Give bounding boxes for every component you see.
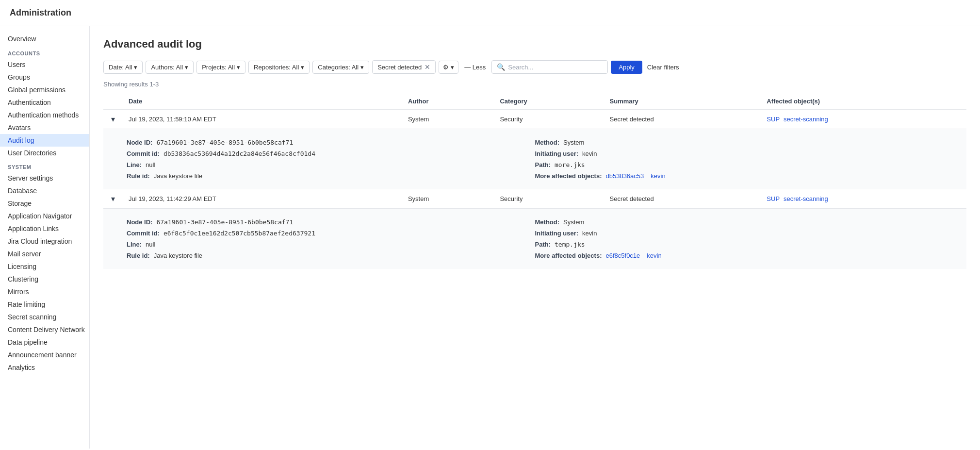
chevron-down-icon — [185, 64, 188, 71]
sidebar-item-user-directories[interactable]: User Directories — [0, 147, 89, 159]
chevron-down-icon — [237, 64, 240, 71]
repositories-filter-dropdown[interactable]: Repositories: All — [248, 61, 310, 74]
col-category: Category — [494, 94, 604, 109]
col-date: Date — [123, 94, 402, 109]
chevron-down-icon — [134, 64, 137, 71]
authors-filter-dropdown[interactable]: Authors: All — [146, 61, 194, 74]
more-affected-label: More affected objects: — [535, 172, 602, 180]
method-label: Method: — [535, 218, 560, 226]
active-filter-label: Secret detected — [377, 64, 422, 71]
expand-row-button[interactable]: ▾ — [109, 194, 117, 203]
more-link1[interactable]: db53836ac53 — [605, 172, 644, 180]
chevron-down-icon — [301, 64, 304, 71]
sidebar-item-licensing[interactable]: Licensing — [0, 260, 89, 273]
table-row: ▾ Jul 19, 2023, 11:42:29 AM EDT System S… — [103, 189, 966, 209]
summary-cell: Secret detected — [604, 189, 761, 209]
date-cell: Jul 19, 2023, 11:59:10 AM EDT — [123, 109, 402, 129]
initiating-user-label: Initiating user: — [535, 150, 579, 157]
sidebar-item-app-navigator[interactable]: Application Navigator — [0, 210, 89, 222]
sidebar-item-audit-log[interactable]: Audit log — [0, 134, 89, 147]
clear-filters-button[interactable]: Clear filters — [645, 61, 681, 73]
filters-bar: Date: All Authors: All Projects: All Rep… — [103, 60, 966, 74]
table-row-detail: Node ID: 67a19601-3e87-405e-8951-6b0be58… — [103, 129, 966, 190]
active-filter-tag: Secret detected ✕ — [372, 60, 436, 74]
commit-id-value: e6f8c5f0c1ee162d2c507cb55b87aef2ed637921 — [163, 230, 315, 237]
search-icon: 🔍 — [497, 63, 505, 71]
sidebar-item-server-settings[interactable]: Server settings — [0, 172, 89, 184]
sidebar-item-users[interactable]: Users — [0, 58, 89, 71]
accounts-section-title: Accounts — [0, 46, 89, 58]
affected-link1[interactable]: SUP — [767, 116, 780, 123]
sidebar-item-app-links[interactable]: Application Links — [0, 222, 89, 235]
sidebar-item-mail-server[interactable]: Mail server — [0, 248, 89, 260]
chevron-down-icon — [360, 64, 364, 71]
line-value: null — [146, 161, 155, 168]
sidebar-item-global-permissions[interactable]: Global permissions — [0, 83, 89, 96]
path-value: temp.jks — [555, 241, 585, 248]
sidebar-item-data-pipeline[interactable]: Data pipeline — [0, 336, 89, 349]
sidebar-item-storage[interactable]: Storage — [0, 197, 89, 210]
affected-link2[interactable]: secret-scanning — [784, 116, 828, 123]
more-link2[interactable]: kevin — [647, 252, 661, 259]
date-filter-dropdown[interactable]: Date: All — [103, 61, 143, 74]
sidebar-item-rate-limiting[interactable]: Rate limiting — [0, 298, 89, 311]
sidebar: Overview Accounts Users Groups Global pe… — [0, 26, 90, 449]
sidebar-item-mirrors[interactable]: Mirrors — [0, 285, 89, 298]
chevron-down-icon — [451, 64, 454, 71]
affected-cell: SUP secret-scanning — [761, 189, 966, 209]
path-value: more.jks — [555, 161, 585, 168]
line-label: Line: — [127, 241, 142, 248]
sidebar-item-overview[interactable]: Overview — [0, 32, 89, 46]
search-box: 🔍 — [491, 60, 608, 74]
search-input[interactable] — [508, 64, 603, 71]
sidebar-item-announcement[interactable]: Announcement banner — [0, 349, 89, 361]
more-affected-label: More affected objects: — [535, 252, 602, 259]
col-author: Author — [402, 94, 494, 109]
col-affected: Affected object(s) — [761, 94, 966, 109]
filter-settings-dropdown[interactable]: ⚙ — [439, 61, 458, 74]
more-link1[interactable]: e6f8c5f0c1e — [605, 252, 640, 259]
category-cell: Security — [494, 189, 604, 209]
node-id-label: Node ID: — [127, 139, 152, 146]
category-cell: Security — [494, 109, 604, 129]
filter-close-icon[interactable]: ✕ — [425, 63, 430, 71]
node-id-label: Node ID: — [127, 218, 152, 226]
sidebar-item-secret-scanning[interactable]: Secret scanning — [0, 311, 89, 323]
expand-row-button[interactable]: ▾ — [109, 115, 117, 124]
page-title: Advanced audit log — [103, 38, 966, 50]
sidebar-item-authentication[interactable]: Authentication — [0, 96, 89, 109]
date-cell: Jul 19, 2023, 11:42:29 AM EDT — [123, 189, 402, 209]
method-value: System — [563, 139, 584, 146]
apply-button[interactable]: Apply — [611, 61, 642, 74]
affected-link2[interactable]: secret-scanning — [784, 195, 828, 202]
sidebar-item-jira-cloud[interactable]: Jira Cloud integration — [0, 235, 89, 248]
app-title: Administration — [0, 0, 980, 26]
summary-cell: Secret detected — [604, 109, 761, 129]
commit-id-label: Commit id: — [127, 230, 160, 237]
less-button[interactable]: — Less — [461, 61, 489, 73]
rule-id-label: Rule id: — [127, 172, 150, 180]
more-link2[interactable]: kevin — [651, 172, 665, 180]
path-label: Path: — [535, 241, 551, 248]
sidebar-item-groups[interactable]: Groups — [0, 71, 89, 83]
method-label: Method: — [535, 139, 560, 146]
sidebar-item-analytics[interactable]: Analytics — [0, 361, 89, 374]
line-value: null — [146, 241, 155, 248]
initiating-user-value: kevin — [582, 230, 597, 237]
affected-link1[interactable]: SUP — [767, 195, 780, 202]
projects-filter-dropdown[interactable]: Projects: All — [196, 61, 245, 74]
table-row-detail: Node ID: 67a19601-3e87-405e-8951-6b0be58… — [103, 209, 966, 269]
table-row: ▾ Jul 19, 2023, 11:59:10 AM EDT System S… — [103, 109, 966, 129]
sidebar-item-database[interactable]: Database — [0, 184, 89, 197]
system-section-title: System — [0, 159, 89, 172]
categories-filter-dropdown[interactable]: Categories: All — [312, 61, 369, 74]
sidebar-item-authentication-methods[interactable]: Authentication methods — [0, 109, 89, 121]
sidebar-item-cdn[interactable]: Content Delivery Network — [0, 323, 89, 336]
sidebar-item-clustering[interactable]: Clustering — [0, 273, 89, 285]
method-value: System — [563, 218, 584, 226]
sidebar-item-avatars[interactable]: Avatars — [0, 121, 89, 134]
path-label: Path: — [535, 161, 551, 168]
results-count: Showing results 1-3 — [103, 81, 966, 88]
settings-icon: ⚙ — [443, 64, 449, 71]
rule-id-label: Rule id: — [127, 252, 150, 259]
